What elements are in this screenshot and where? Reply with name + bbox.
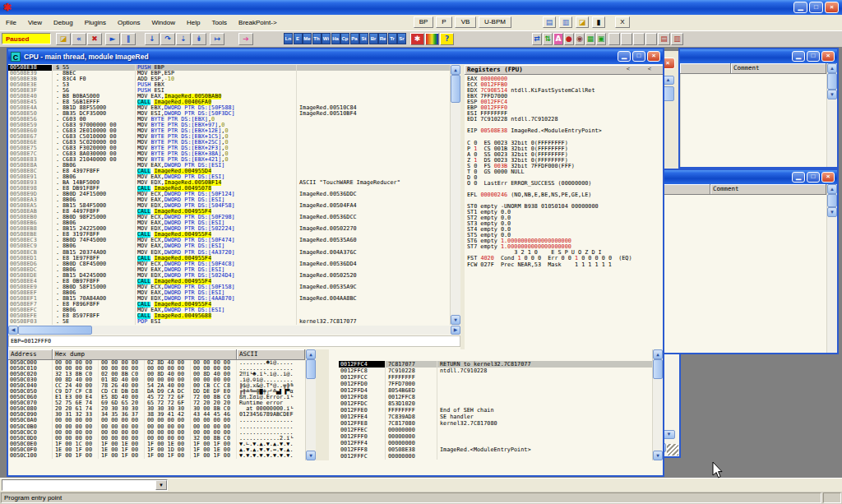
- dump-row[interactable]: 0050C02032 13 8B C002 00 8B C000 8D 40 0…: [8, 372, 305, 377]
- windows-list-2-button[interactable]: ▥: [671, 33, 683, 45]
- menu-button-p[interactable]: P: [436, 16, 452, 28]
- command-combobox[interactable]: ▼: [2, 479, 168, 491]
- scrollbar-thumb[interactable]: [827, 194, 837, 207]
- disasm-row[interactable]: 00508EFE.E8 8597F8FFCALL ImageRed.004956…: [8, 313, 450, 319]
- disasm-row[interactable]: 00508E7C.C683 8A030000 00MOV BYTE PTR DS…: [8, 151, 450, 157]
- disasm-row[interactable]: 00508E6E.C683 5C020000 00MOV BYTE PTR DS…: [8, 140, 450, 146]
- disasm-row[interactable]: 00508EFC.8B06MOV EAX,DWORD PTR DS:[ESI]: [8, 307, 450, 313]
- scroll-up-button[interactable]: ▲: [827, 184, 837, 194]
- vertical-scrollbar[interactable]: ▲ ▼: [305, 349, 316, 460]
- open-file-button[interactable]: ◪: [56, 33, 71, 45]
- menu-close-button[interactable]: X: [615, 16, 630, 28]
- panel-button-wi[interactable]: Wi: [322, 33, 331, 44]
- dump-header-hex[interactable]: Hex dump: [53, 349, 237, 359]
- pane-next-button[interactable]: <: [648, 65, 651, 74]
- disasm-row[interactable]: 00508EE9.8B0D 58F15000MOV ECX,DWORD PTR …: [8, 284, 450, 290]
- column-header-comment[interactable]: Comment: [731, 63, 826, 73]
- record-button[interactable]: ●: [564, 33, 574, 45]
- close-button[interactable]: ×: [647, 51, 660, 62]
- close-button[interactable]: ×: [825, 2, 839, 13]
- disasm-row[interactable]: 00508EDC.8B06MOV EAX,DWORD PTR DS:[ESI]: [8, 267, 450, 273]
- spiral-button[interactable]: ◉: [575, 33, 585, 45]
- disasm-row[interactable]: 00508EEF.8B06MOV EAX,DWORD PTR DS:[ESI]: [8, 290, 450, 296]
- dump-row[interactable]: 0050C0E01F 00 1C 001F 00 1E 001F 00 1E 0…: [8, 442, 305, 447]
- window-content[interactable]: [680, 74, 826, 167]
- disasm-row[interactable]: 00508E8C.E8 4397F8FFCALL ImageRed.004955…: [8, 169, 450, 174]
- disasm-row[interactable]: 00508EBE.E8 3197F8FFCALL ImageRed.004955…: [8, 232, 450, 238]
- vertical-scrollbar[interactable]: ▲ ▼: [826, 63, 837, 167]
- animate-into-button[interactable]: ⇣: [176, 33, 191, 45]
- dump-row[interactable]: 0050C0B000 00 00 0000 00 00 0000 00 00 0…: [8, 424, 305, 430]
- disasm-row[interactable]: 00508EAB.E8 4497F8FFCALL ImageRed.004955…: [8, 209, 450, 215]
- console-button[interactable]: ▮: [592, 16, 605, 28]
- stack-row[interactable]: 0012FFEC00000000: [339, 427, 652, 433]
- dump-row[interactable]: 0050C08020 20 61 7420 30 30 3030 30 30 3…: [8, 406, 305, 412]
- stack-row[interactable]: 0012FFE87C817080kernel32.7C817080: [339, 420, 652, 427]
- stack-row[interactable]: 0012FFD07FFD7000: [339, 381, 652, 387]
- ascii-table-button[interactable]: A: [553, 33, 563, 45]
- step-over-button[interactable]: ↷: [160, 33, 175, 45]
- scrollbar-thumb[interactable]: [827, 73, 837, 90]
- disasm-row[interactable]: 00508E56.C603 00MOV BYTE PTR DS:[EBX],0: [8, 117, 450, 123]
- disasm-row[interactable]: 00508E75.C683 F3020000 00MOV BYTE PTR DS…: [8, 146, 450, 151]
- disasm-row[interactable]: 00508EC9.8B06MOV EAX,DWORD PTR DS:[ESI]: [8, 243, 450, 249]
- disasm-row[interactable]: 00508EB0.8B0D 98F25000MOV ECX,DWORD PTR …: [8, 215, 450, 220]
- dump-row[interactable]: 0050C0D000 00 00 0000 00 00 0000 00 00 0…: [8, 436, 305, 442]
- menu-item-window[interactable]: Window: [146, 19, 181, 26]
- stack-row[interactable]: 0012FFC47C817077RETURN to kernel32.7C817…: [339, 361, 652, 368]
- disasm-row[interactable]: 00508E8A.8B06MOV EAX,DWORD PTR DS:[ESI]: [8, 163, 450, 169]
- panel-button-ln[interactable]: Ln: [284, 33, 293, 44]
- stack-row[interactable]: 0012FFFC00000000: [339, 453, 652, 460]
- window-frame-button[interactable]: ▣: [596, 33, 606, 45]
- menu-item-options[interactable]: Options: [112, 19, 146, 26]
- disasm-row[interactable]: 00508ECB.8B15 20374A00MOV EDX,DWORD PTR …: [8, 250, 450, 256]
- open-folder-button[interactable]: ◪: [576, 16, 589, 28]
- menu-item-file[interactable]: File: [0, 19, 22, 26]
- dump-row[interactable]: 0050C0F01E 00 1F 001E 00 1F 001F 00 1D 0…: [8, 447, 305, 453]
- panel-button-me[interactable]: Me: [303, 33, 312, 44]
- help-button[interactable]: ?: [440, 33, 454, 45]
- vertical-scrollbar[interactable]: ▲ ▼: [652, 349, 663, 460]
- empty-slot-button[interactable]: [608, 33, 620, 45]
- menu-button-vb[interactable]: VB: [455, 16, 476, 28]
- minimize-button[interactable]: ▁: [792, 172, 805, 183]
- panel-button-th[interactable]: Th: [312, 33, 322, 44]
- scroll-up-button[interactable]: ▲: [827, 63, 837, 73]
- maximize-button[interactable]: □: [807, 51, 820, 62]
- stack-row[interactable]: 0012FFDC853D1020: [339, 400, 652, 407]
- options-gear-button[interactable]: ✱: [410, 33, 424, 45]
- stack-row[interactable]: 0012FFF400000000: [339, 440, 652, 446]
- stack-row[interactable]: 0012FFD80012FFC8: [339, 394, 652, 400]
- scroll-down-button[interactable]: ▼: [451, 315, 460, 325]
- panel-button-re[interactable]: Re: [378, 33, 387, 44]
- disasm-row[interactable]: 00508E59.C683 97000000 00MOV BYTE PTR DS…: [8, 123, 450, 128]
- disasm-row[interactable]: 00508E98.E8 DB91F8FFCALL ImageRed.004950…: [8, 186, 450, 192]
- command-input[interactable]: [2, 480, 155, 490]
- pause-button[interactable]: ‖: [121, 33, 136, 45]
- panel-button-e[interactable]: E: [294, 33, 303, 44]
- disasm-row[interactable]: 00508E38$55PUSH EBP: [8, 65, 450, 71]
- scroll-left-button[interactable]: ◀: [8, 326, 18, 335]
- close-program-button[interactable]: ✖: [87, 33, 102, 45]
- pane-splitter[interactable]: [316, 349, 329, 460]
- run-button[interactable]: ►: [105, 33, 120, 45]
- appearance-button[interactable]: [425, 33, 439, 45]
- dump-row[interactable]: 0050C00000 00 00 0000 00 00 0002 8D 40 0…: [8, 360, 305, 366]
- disasm-row[interactable]: 00508EDE.8B15 D4245000MOV EDX,DWORD PTR …: [8, 273, 450, 279]
- disasm-row[interactable]: 00508E40.B8 B0BA5000MOV EAX,ImageRed.005…: [8, 94, 450, 99]
- go-to-button[interactable]: ➔: [238, 33, 253, 45]
- disasm-row[interactable]: 00508ED6.8B0D C8F45000MOV ECX,DWORD PTR …: [8, 261, 450, 267]
- disasm-row[interactable]: 00508EE4.E8 0B97F8FFCALL ImageRed.004955…: [8, 279, 450, 284]
- menu-item-help[interactable]: Help: [181, 19, 206, 26]
- scroll-up-button[interactable]: ▲: [451, 65, 460, 75]
- window-content[interactable]: [659, 195, 826, 353]
- window-titlebar[interactable]: ▁ □ ×: [659, 170, 837, 184]
- panel-button-st[interactable]: St: [359, 33, 368, 44]
- scroll-up-button[interactable]: ▲: [653, 349, 663, 359]
- stack-row[interactable]: 0012FFCCFFFFFFFF: [339, 374, 652, 381]
- combobox-dropdown-button[interactable]: ▼: [155, 480, 167, 490]
- cpu-window-titlebar[interactable]: C CPU - main thread, module ImageRed ▁ □…: [8, 49, 663, 64]
- disasm-row[interactable]: 00508E4A.8B1D 88F55000MOV EBX,DWORD PTR …: [8, 105, 450, 111]
- empty-slot-button[interactable]: [645, 33, 657, 45]
- scrollbar-thumb[interactable]: [18, 326, 92, 335]
